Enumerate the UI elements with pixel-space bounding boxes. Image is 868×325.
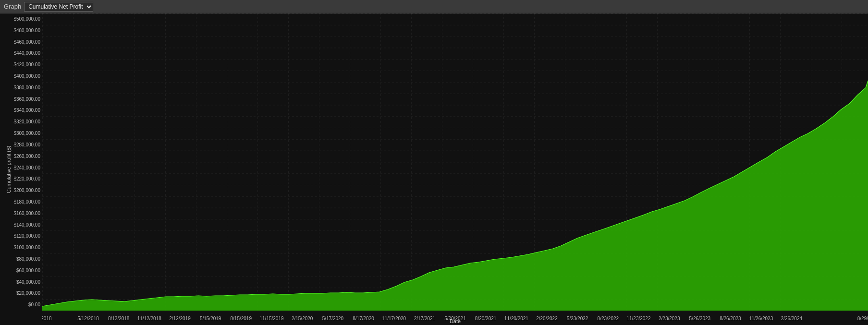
y-tick: $300,000.00: [13, 131, 40, 136]
x-tick: 8/29/2024: [857, 316, 868, 321]
x-tick: 2/23/2023: [659, 316, 680, 321]
y-tick: $160,000.00: [13, 210, 40, 216]
y-tick: $500,000.00: [13, 16, 40, 22]
x-tick: 11/26/2023: [749, 316, 773, 321]
y-tick: $260,000.00: [13, 153, 40, 158]
graph-label: Graph: [4, 3, 21, 10]
x-tick: 2/15/2020: [292, 316, 313, 321]
toolbar: Graph Cumulative Net Profit Net Profit D…: [0, 0, 868, 13]
y-tick: $380,000.00: [13, 84, 40, 90]
y-tick: $0.00: [28, 302, 40, 307]
x-tick: 11/23/2022: [626, 316, 650, 321]
graph-type-dropdown[interactable]: Cumulative Net Profit Net Profit Drawdow…: [24, 2, 93, 12]
x-tick: 8/12/2018: [108, 316, 130, 321]
y-tick: $40,000.00: [16, 279, 40, 284]
x-tick: 8/15/2019: [231, 316, 252, 321]
y-tick: $460,000.00: [13, 39, 40, 44]
y-tick: $180,000.00: [13, 199, 40, 204]
y-tick: $140,000.00: [13, 222, 40, 227]
x-tick: 2/20/2022: [536, 316, 558, 321]
x-tick: 11/20/2021: [504, 316, 528, 321]
y-tick: $220,000.00: [13, 176, 40, 181]
x-tick: 5/26/2023: [689, 316, 711, 321]
chart-svg: [42, 13, 868, 311]
x-tick: 11/17/2020: [382, 316, 406, 321]
y-tick: $80,000.00: [16, 256, 40, 261]
y-tick: $400,000.00: [13, 73, 40, 79]
x-tick: 1/2/2018: [42, 316, 51, 321]
x-tick: 8/26/2023: [720, 316, 741, 321]
x-tick: 5/17/2020: [322, 316, 344, 321]
x-tick: 11/15/2019: [260, 316, 284, 321]
y-tick: $320,000.00: [13, 119, 40, 124]
x-tick: 5/23/2022: [567, 316, 588, 321]
x-tick: 11/12/2018: [137, 316, 161, 321]
x-tick: 5/15/2019: [200, 316, 221, 321]
y-axis: Cumulative profit ($) $500,000.00$480,00…: [0, 13, 42, 325]
x-tick: 8/23/2022: [598, 316, 619, 321]
x-axis-title: Date: [450, 318, 461, 324]
y-tick: $20,000.00: [16, 290, 40, 296]
y-tick: $60,000.00: [16, 267, 40, 273]
y-tick: $360,000.00: [13, 96, 40, 101]
y-tick: $200,000.00: [13, 188, 40, 193]
y-tick: $280,000.00: [13, 142, 40, 147]
x-tick: 8/20/2021: [475, 316, 497, 321]
y-tick: $120,000.00: [13, 233, 40, 239]
chart-area: Cumulative profit ($) $500,000.00$480,00…: [0, 13, 868, 325]
y-tick: $420,000.00: [13, 62, 40, 67]
y-tick: $440,000.00: [13, 50, 40, 56]
x-tick: 2/12/2019: [169, 316, 191, 321]
x-tick: 2/26/2024: [781, 316, 803, 321]
chart-inner: 1/2/20185/12/20188/12/201811/12/20182/12…: [42, 13, 868, 325]
x-tick: 2/17/2021: [414, 316, 436, 321]
y-tick: $340,000.00: [13, 108, 40, 113]
y-tick: $480,000.00: [13, 27, 40, 33]
x-tick: 8/17/2020: [353, 316, 374, 321]
y-axis-label: Cumulative profit ($): [6, 131, 12, 208]
y-tick: $240,000.00: [13, 165, 40, 170]
y-tick: $100,000.00: [13, 245, 40, 250]
x-tick: 5/12/2018: [77, 316, 99, 321]
